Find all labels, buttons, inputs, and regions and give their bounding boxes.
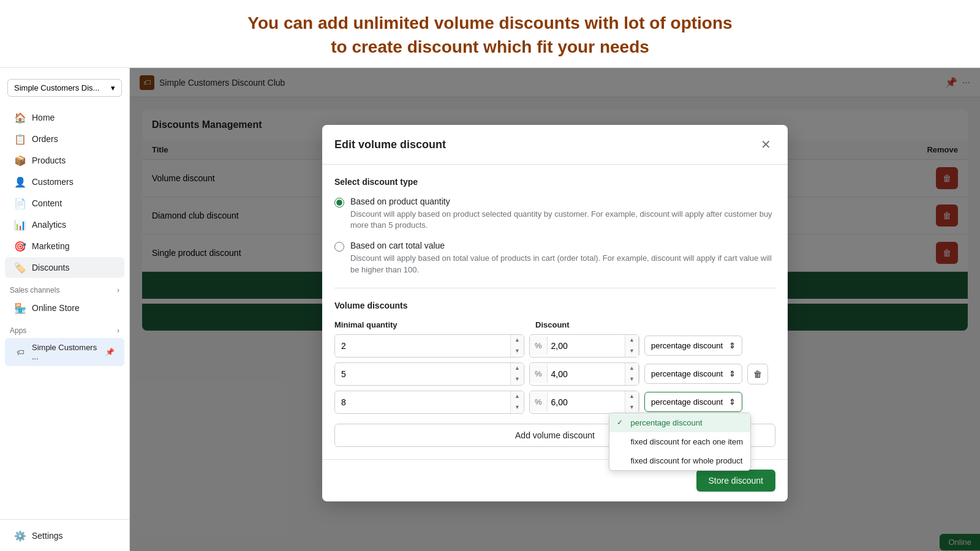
dropdown-option-percentage-label: percentage discount <box>630 418 702 427</box>
type-select-1[interactable]: percentage discount ⇕ <box>644 335 742 356</box>
main-content: 🏷 Simple Customers Discount Club 📌 ··· D… <box>130 68 980 551</box>
check-icon: ✓ <box>617 418 625 427</box>
edit-volume-discount-modal: Edit volume discount ✕ Select discount t… <box>322 125 788 501</box>
qty-spin-up-2[interactable]: ▲ <box>511 363 524 374</box>
type-select-1-label: percentage discount <box>651 341 723 350</box>
type-select-3-arrow: ⇕ <box>729 397 736 407</box>
discount-input-group-2: % ▲ ▼ <box>529 362 639 386</box>
disc-spinners-3: ▲ ▼ <box>625 391 638 413</box>
qty-input-3[interactable] <box>335 392 510 412</box>
dropdown-option-fixed-whole-label: fixed discount for whole product <box>630 456 742 465</box>
sidebar-bottom: ⚙️ Settings <box>0 519 129 551</box>
disc-spin-down-2[interactable]: ▼ <box>625 374 638 385</box>
sidebar-item-online-store[interactable]: 🏪 Online Store <box>5 298 124 318</box>
disc-spinners-1: ▲ ▼ <box>625 335 638 357</box>
disc-spin-down-1[interactable]: ▼ <box>625 346 638 357</box>
sidebar-item-products-label: Products <box>32 156 66 165</box>
sidebar-item-customers[interactable]: 👤 Customers <box>5 171 124 192</box>
disc-spin-up-3[interactable]: ▲ <box>625 391 638 402</box>
apps-section: Apps › <box>0 319 129 337</box>
radio-option-cart: Based on cart total value Discount will … <box>334 241 775 275</box>
radio-product-qty[interactable] <box>334 198 344 208</box>
qty-spin-down-2[interactable]: ▼ <box>511 374 524 385</box>
sales-channels-section: Sales channels › <box>0 279 129 297</box>
discount-type-dropdown: ✓ percentage discount fixed discount for… <box>609 413 751 471</box>
disc-spin-up-2[interactable]: ▲ <box>625 363 638 374</box>
sidebar-item-marketing-label: Marketing <box>32 241 69 251</box>
products-icon: 📦 <box>15 155 26 166</box>
discount-val-1[interactable] <box>548 335 625 357</box>
sidebar-item-content-label: Content <box>32 198 62 208</box>
discount-input-group-1: % ▲ ▼ <box>529 334 639 358</box>
marketing-icon: 🎯 <box>15 241 26 252</box>
type-select-1-arrow: ⇕ <box>729 341 736 350</box>
dropdown-option-fixed-each-label: fixed discount for each one item <box>630 437 743 446</box>
customers-icon: 👤 <box>15 176 26 187</box>
dropdown-option-percentage[interactable]: ✓ percentage discount <box>609 413 750 432</box>
discounts-icon: 🏷️ <box>15 262 26 273</box>
sidebar-item-analytics[interactable]: 📊 Analytics <box>5 214 124 235</box>
store-discount-button[interactable]: Store discount <box>696 470 776 492</box>
discount-val-3[interactable] <box>548 391 625 413</box>
sidebar-item-discounts-label: Discounts <box>32 263 69 272</box>
qty-input-1[interactable] <box>335 336 510 356</box>
pct-prefix-3: % <box>530 392 548 411</box>
qty-spin-down-3[interactable]: ▼ <box>511 402 524 413</box>
pct-prefix-1: % <box>530 336 548 355</box>
sidebar-item-home[interactable]: 🏠 Home <box>5 107 124 128</box>
sidebar-item-orders-label: Orders <box>32 134 58 144</box>
sidebar-settings-label: Settings <box>32 531 63 541</box>
dropdown-option-fixed-each[interactable]: fixed discount for each one item <box>609 432 750 451</box>
sidebar-item-marketing[interactable]: 🎯 Marketing <box>5 236 124 257</box>
store-selector-label: Simple Customers Dis... <box>14 83 99 92</box>
discount-input-group-3: % ▲ ▼ <box>529 391 639 414</box>
pct-prefix-2: % <box>530 364 548 383</box>
discount-type-section-title: Select discount type <box>334 177 775 187</box>
chevron-right-icon-apps: › <box>117 326 119 335</box>
sidebar-item-home-label: Home <box>32 113 55 122</box>
sidebar-item-orders[interactable]: 📋 Orders <box>5 129 124 149</box>
discount-val-2[interactable] <box>548 363 625 385</box>
qty-spin-up-3[interactable]: ▲ <box>511 391 524 402</box>
chevron-down-icon: ▾ <box>111 83 115 92</box>
online-store-icon: 🏪 <box>15 302 26 313</box>
radio-cart-total[interactable] <box>334 242 344 252</box>
delete-row-2-btn[interactable]: 🗑 <box>747 364 768 384</box>
disc-spin-up-1[interactable]: ▲ <box>625 335 638 346</box>
sidebar-item-settings[interactable]: ⚙️ Settings <box>5 525 124 546</box>
sidebar-item-online-store-label: Online Store <box>32 303 80 313</box>
volume-discounts-title: Volume discounts <box>334 301 775 310</box>
type-select-2[interactable]: percentage discount ⇕ <box>644 364 742 384</box>
qty-input-2[interactable] <box>335 364 510 384</box>
content-icon: 📄 <box>15 198 26 209</box>
orders-icon: 📋 <box>15 133 26 144</box>
sidebar-item-products[interactable]: 📦 Products <box>5 150 124 171</box>
store-selector-button[interactable]: Simple Customers Dis... ▾ <box>7 79 122 97</box>
analytics-icon: 📊 <box>15 219 26 230</box>
type-select-3[interactable]: percentage discount ⇕ <box>644 392 742 412</box>
sidebar-app-label: Simple Customers ... <box>32 343 99 361</box>
modal-header: Edit volume discount ✕ <box>322 125 788 165</box>
qty-spin-down-1[interactable]: ▼ <box>511 346 524 357</box>
discount-col-header: Discount <box>535 320 775 329</box>
chevron-right-icon: › <box>117 286 119 294</box>
sidebar-item-content[interactable]: 📄 Content <box>5 193 124 214</box>
qty-input-wrap-2: ▲ ▼ <box>334 362 524 386</box>
modal-close-button[interactable]: ✕ <box>756 135 775 154</box>
banner-title: You can add unlimited volume discounts w… <box>12 11 968 59</box>
qty-spin-up-1[interactable]: ▲ <box>511 335 524 346</box>
sidebar-item-app[interactable]: 🏷 Simple Customers ... 📌 <box>5 338 124 366</box>
sidebar-item-discounts[interactable]: 🏷️ Discounts <box>5 257 124 278</box>
qty-input-wrap-3: ▲ ▼ <box>334 391 524 414</box>
sidebar-nav: 🏠 Home 📋 Orders 📦 Products 👤 Customers 📄… <box>0 107 129 519</box>
sidebar: Simple Customers Dis... ▾ 🏠 Home 📋 Order… <box>0 68 130 551</box>
type-select-3-label: percentage discount <box>651 397 723 407</box>
disc-spin-down-3[interactable]: ▼ <box>625 402 638 413</box>
vol-row-1: ▲ ▼ % ▲ ▼ <box>334 334 775 358</box>
modal-title: Edit volume discount <box>334 138 446 151</box>
type-select-2-label: percentage discount <box>651 369 723 378</box>
qty-input-wrap-1: ▲ ▼ <box>334 334 524 358</box>
dropdown-option-fixed-whole[interactable]: fixed discount for whole product <box>609 451 750 470</box>
vol-row-2: ▲ ▼ % ▲ ▼ <box>334 362 775 386</box>
section-divider <box>334 288 775 288</box>
